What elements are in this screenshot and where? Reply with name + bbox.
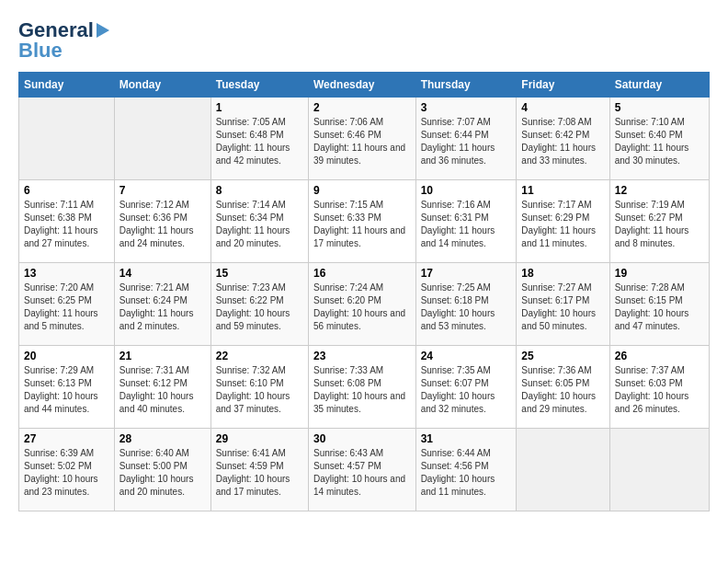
day-info: Sunrise: 7:05 AM Sunset: 6:48 PM Dayligh… (216, 116, 303, 167)
logo-arrow-icon (97, 23, 109, 38)
day-info: Sunrise: 7:29 AM Sunset: 6:13 PM Dayligh… (24, 364, 109, 416)
day-number: 23 (313, 350, 411, 362)
day-number: 9 (313, 184, 411, 197)
calendar-cell: 4Sunrise: 7:08 AM Sunset: 6:42 PM Daylig… (517, 98, 609, 180)
day-info: Sunrise: 7:28 AM Sunset: 6:15 PM Dayligh… (615, 282, 704, 333)
day-number: 14 (119, 267, 206, 280)
week-row-3: 13Sunrise: 7:20 AM Sunset: 6:25 PM Dayli… (19, 263, 710, 346)
day-info: Sunrise: 7:25 AM Sunset: 6:18 PM Dayligh… (421, 282, 512, 333)
week-row-4: 20Sunrise: 7:29 AM Sunset: 6:13 PM Dayli… (19, 346, 710, 429)
day-number: 18 (521, 267, 604, 280)
header-day-saturday: Saturday (609, 73, 709, 98)
calendar-cell: 18Sunrise: 7:27 AM Sunset: 6:17 PM Dayli… (517, 263, 609, 346)
calendar-cell: 13Sunrise: 7:20 AM Sunset: 6:25 PM Dayli… (19, 263, 115, 346)
header-day-thursday: Thursday (415, 73, 517, 98)
calendar-cell: 9Sunrise: 7:15 AM Sunset: 6:33 PM Daylig… (308, 180, 415, 263)
calendar-cell: 3Sunrise: 7:07 AM Sunset: 6:44 PM Daylig… (415, 98, 517, 180)
day-info: Sunrise: 7:37 AM Sunset: 6:03 PM Dayligh… (615, 364, 704, 416)
calendar-header: SundayMondayTuesdayWednesdayThursdayFrid… (19, 73, 710, 98)
calendar-cell: 14Sunrise: 7:21 AM Sunset: 6:24 PM Dayli… (114, 263, 210, 346)
day-info: Sunrise: 6:39 AM Sunset: 5:02 PM Dayligh… (24, 447, 109, 499)
header-day-friday: Friday (517, 73, 609, 98)
calendar-cell: 23Sunrise: 7:33 AM Sunset: 6:08 PM Dayli… (308, 346, 415, 429)
day-info: Sunrise: 7:07 AM Sunset: 6:44 PM Dayligh… (421, 116, 512, 167)
day-number: 24 (421, 350, 512, 362)
calendar-cell: 7Sunrise: 7:12 AM Sunset: 6:36 PM Daylig… (114, 180, 210, 263)
day-number: 7 (119, 184, 206, 197)
logo: General Blue (18, 18, 112, 63)
day-info: Sunrise: 7:19 AM Sunset: 6:27 PM Dayligh… (615, 199, 704, 250)
day-info: Sunrise: 7:06 AM Sunset: 6:46 PM Dayligh… (313, 116, 411, 167)
day-info: Sunrise: 7:10 AM Sunset: 6:40 PM Dayligh… (615, 116, 704, 167)
day-info: Sunrise: 7:32 AM Sunset: 6:10 PM Dayligh… (216, 364, 303, 416)
day-number: 8 (216, 184, 303, 197)
week-row-2: 6Sunrise: 7:11 AM Sunset: 6:38 PM Daylig… (19, 180, 710, 263)
day-number: 25 (521, 350, 604, 362)
calendar-cell (609, 429, 709, 511)
day-number: 11 (521, 184, 604, 197)
calendar-cell: 11Sunrise: 7:17 AM Sunset: 6:29 PM Dayli… (517, 180, 609, 263)
calendar-cell (19, 98, 115, 180)
calendar-cell: 5Sunrise: 7:10 AM Sunset: 6:40 PM Daylig… (609, 98, 709, 180)
day-number: 26 (615, 350, 704, 362)
day-info: Sunrise: 7:11 AM Sunset: 6:38 PM Dayligh… (24, 199, 109, 250)
calendar-cell: 8Sunrise: 7:14 AM Sunset: 6:34 PM Daylig… (210, 180, 308, 263)
day-number: 1 (216, 101, 303, 114)
day-info: Sunrise: 7:31 AM Sunset: 6:12 PM Dayligh… (119, 364, 206, 416)
day-number: 16 (313, 267, 411, 280)
day-number: 21 (119, 350, 206, 362)
calendar-cell: 16Sunrise: 7:24 AM Sunset: 6:20 PM Dayli… (308, 263, 415, 346)
day-number: 27 (24, 432, 109, 445)
day-number: 13 (24, 267, 109, 280)
day-number: 17 (421, 267, 512, 280)
calendar-cell: 1Sunrise: 7:05 AM Sunset: 6:48 PM Daylig… (210, 98, 308, 180)
calendar-cell: 15Sunrise: 7:23 AM Sunset: 6:22 PM Dayli… (210, 263, 308, 346)
calendar-cell (114, 98, 210, 180)
day-number: 29 (216, 432, 303, 445)
calendar-table: SundayMondayTuesdayWednesdayThursdayFrid… (18, 72, 710, 511)
calendar-cell: 26Sunrise: 7:37 AM Sunset: 6:03 PM Dayli… (609, 346, 709, 429)
header-day-monday: Monday (114, 73, 210, 98)
calendar-cell: 27Sunrise: 6:39 AM Sunset: 5:02 PM Dayli… (19, 429, 115, 511)
header-day-wednesday: Wednesday (308, 73, 415, 98)
week-row-5: 27Sunrise: 6:39 AM Sunset: 5:02 PM Dayli… (19, 429, 710, 511)
day-info: Sunrise: 6:41 AM Sunset: 4:59 PM Dayligh… (216, 447, 303, 499)
day-number: 20 (24, 350, 109, 362)
day-info: Sunrise: 7:36 AM Sunset: 6:05 PM Dayligh… (521, 364, 604, 416)
calendar-body: 1Sunrise: 7:05 AM Sunset: 6:48 PM Daylig… (19, 98, 710, 511)
day-number: 5 (615, 101, 704, 114)
week-row-1: 1Sunrise: 7:05 AM Sunset: 6:48 PM Daylig… (19, 98, 710, 180)
calendar-cell: 19Sunrise: 7:28 AM Sunset: 6:15 PM Dayli… (609, 263, 709, 346)
day-info: Sunrise: 7:16 AM Sunset: 6:31 PM Dayligh… (421, 199, 512, 250)
calendar-cell: 6Sunrise: 7:11 AM Sunset: 6:38 PM Daylig… (19, 180, 115, 263)
calendar-cell: 28Sunrise: 6:40 AM Sunset: 5:00 PM Dayli… (114, 429, 210, 511)
calendar-cell: 12Sunrise: 7:19 AM Sunset: 6:27 PM Dayli… (609, 180, 709, 263)
day-number: 2 (313, 101, 411, 114)
day-info: Sunrise: 6:44 AM Sunset: 4:56 PM Dayligh… (421, 447, 512, 499)
header-row: SundayMondayTuesdayWednesdayThursdayFrid… (19, 73, 710, 98)
day-number: 12 (615, 184, 704, 197)
day-number: 6 (24, 184, 109, 197)
calendar-cell (517, 429, 609, 511)
day-info: Sunrise: 7:08 AM Sunset: 6:42 PM Dayligh… (521, 116, 604, 167)
day-number: 10 (421, 184, 512, 197)
day-number: 19 (615, 267, 704, 280)
day-info: Sunrise: 7:14 AM Sunset: 6:34 PM Dayligh… (216, 199, 303, 250)
day-number: 3 (421, 101, 512, 114)
day-info: Sunrise: 7:23 AM Sunset: 6:22 PM Dayligh… (216, 282, 303, 333)
day-number: 30 (313, 432, 411, 445)
day-info: Sunrise: 7:15 AM Sunset: 6:33 PM Dayligh… (313, 199, 411, 250)
calendar-cell: 24Sunrise: 7:35 AM Sunset: 6:07 PM Dayli… (415, 346, 517, 429)
day-info: Sunrise: 6:43 AM Sunset: 4:57 PM Dayligh… (313, 447, 411, 499)
day-info: Sunrise: 7:21 AM Sunset: 6:24 PM Dayligh… (119, 282, 206, 333)
day-info: Sunrise: 7:12 AM Sunset: 6:36 PM Dayligh… (119, 199, 206, 250)
calendar-cell: 10Sunrise: 7:16 AM Sunset: 6:31 PM Dayli… (415, 180, 517, 263)
day-info: Sunrise: 7:20 AM Sunset: 6:25 PM Dayligh… (24, 282, 109, 333)
header-day-tuesday: Tuesday (210, 73, 308, 98)
calendar-cell: 22Sunrise: 7:32 AM Sunset: 6:10 PM Dayli… (210, 346, 308, 429)
day-info: Sunrise: 7:17 AM Sunset: 6:29 PM Dayligh… (521, 199, 604, 250)
day-number: 28 (119, 432, 206, 445)
day-info: Sunrise: 7:33 AM Sunset: 6:08 PM Dayligh… (313, 364, 411, 416)
day-number: 4 (521, 101, 604, 114)
day-info: Sunrise: 7:27 AM Sunset: 6:17 PM Dayligh… (521, 282, 604, 333)
